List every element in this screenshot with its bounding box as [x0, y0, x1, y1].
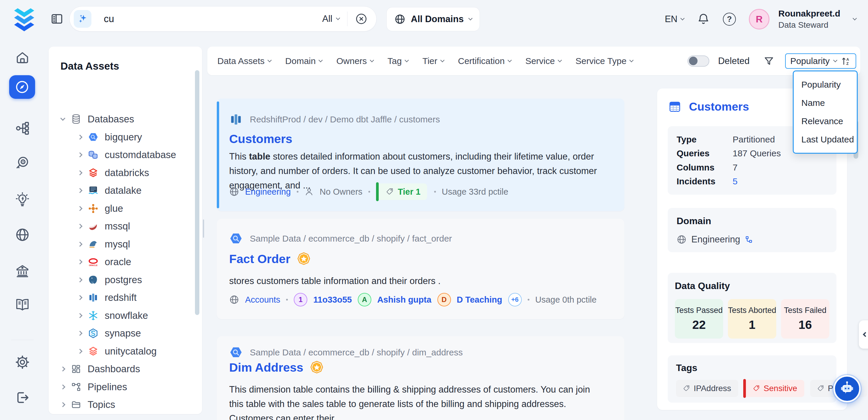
tree-node-oracle[interactable]: ORACLE oracle — [49, 253, 202, 271]
language-selector[interactable]: EN — [665, 14, 684, 25]
owner-link[interactable]: D Teaching — [457, 295, 502, 305]
panel-resize-handle[interactable] — [203, 219, 204, 238]
sort-option-last-updated[interactable]: Last Updated — [794, 130, 857, 149]
tests-aborted-stat[interactable]: Tests Aborted 1 — [728, 299, 776, 338]
search-input[interactable]: cu — [104, 13, 322, 25]
toolbar-right: Deleted Popularity A Z — [687, 53, 856, 69]
chevron-right-icon — [78, 224, 83, 229]
help-icon[interactable]: ? — [723, 13, 736, 26]
filter-service[interactable]: Service — [525, 56, 561, 66]
search-scope-label: All — [322, 13, 332, 24]
nav-observability-icon[interactable] — [15, 155, 30, 171]
tree-node-ml-models[interactable]: ML Models — [49, 414, 202, 414]
tree-node-pipelines[interactable]: Pipelines — [49, 378, 202, 396]
sort-option-popularity[interactable]: Popularity — [794, 76, 857, 94]
filter-owners[interactable]: Owners — [336, 56, 373, 66]
edge-collapse-button[interactable] — [859, 320, 868, 349]
tree-node-glue[interactable]: glue — [49, 200, 202, 218]
chatbot-fab[interactable] — [834, 375, 861, 402]
sort-option-name[interactable]: Name — [794, 94, 857, 112]
tree-node-dashboards[interactable]: Dashboards — [49, 360, 202, 378]
unitycatalog-icon — [88, 346, 99, 357]
asset-title-link[interactable]: Fact Order — [229, 252, 311, 266]
tree-node-bigquery[interactable]: bigquery — [49, 128, 202, 146]
ai-sparkle-icon[interactable] — [74, 10, 91, 28]
usage-label: Usage 33rd pctile — [442, 187, 508, 197]
owner-link[interactable]: Ashish gupta — [377, 295, 432, 305]
tier-badge[interactable]: Tier 1 — [377, 183, 427, 200]
tree-node-databricks[interactable]: databricks — [49, 164, 202, 182]
filter-service-type[interactable]: Service Type — [576, 56, 633, 66]
tag-chip-ipaddress[interactable]: IPAddress — [676, 380, 738, 397]
nav-lineage-icon[interactable] — [15, 121, 30, 136]
filter-data-assets[interactable]: Data Assets — [217, 56, 271, 66]
deleted-toggle[interactable] — [687, 55, 709, 67]
user-menu[interactable]: Rounakpreet.d Data Steward — [778, 8, 840, 30]
tree-node-label: customdatabase — [105, 149, 176, 160]
sort-option-relevance[interactable]: Relevance — [794, 112, 857, 130]
nav-explore-icon[interactable] — [9, 75, 35, 99]
asset-title: Dim Address — [229, 361, 303, 374]
owner-avatar[interactable]: D — [437, 293, 451, 306]
tree-node-label: mysql — [105, 239, 130, 250]
nav-domains-icon[interactable] — [15, 227, 30, 242]
global-search-bar[interactable]: cu All — [69, 6, 377, 32]
sort-dropdown-button[interactable]: Popularity A Z — [785, 53, 856, 69]
incidents-count-link[interactable]: 5 — [733, 176, 738, 186]
chevron-right-icon — [78, 313, 83, 318]
tree-scrollbar[interactable] — [195, 70, 199, 315]
all-domains-button[interactable]: All Domains — [386, 7, 480, 31]
notifications-bell-icon[interactable] — [697, 13, 710, 26]
tree-node-datalake[interactable]: datalake — [49, 182, 202, 200]
hierarchy-link-icon[interactable] — [745, 235, 753, 244]
nav-home-icon[interactable] — [15, 50, 30, 65]
tree-node-databases[interactable]: Databases — [49, 110, 202, 128]
owner-avatar[interactable]: 1 — [294, 293, 307, 306]
filter-tier[interactable]: Tier — [422, 56, 444, 66]
owner-avatar[interactable]: A — [358, 293, 371, 306]
mssql-icon — [88, 220, 99, 232]
chevron-down-icon — [440, 58, 444, 62]
result-card-fact-order[interactable]: Sample Data / ecommerce_db / shopify / f… — [217, 219, 624, 319]
nav-insights-icon[interactable] — [15, 192, 30, 207]
tree-node-customdatabase[interactable]: customdatabase — [49, 146, 202, 164]
filter-domain[interactable]: Domain — [285, 56, 322, 66]
app-logo-icon[interactable] — [12, 4, 37, 32]
filter-funnel-icon[interactable] — [763, 55, 775, 67]
tree-node-redshift[interactable]: redshift — [49, 289, 202, 307]
nav-logout-icon[interactable] — [15, 390, 30, 405]
more-owners-badge[interactable]: +6 — [508, 293, 522, 306]
tree-node-mssql[interactable]: mssql — [49, 217, 202, 235]
domain-link[interactable]: Engineering — [691, 234, 740, 245]
asset-title-link[interactable]: Dim Address — [229, 360, 324, 374]
tree-node-unitycatalog[interactable]: unitycatalog — [49, 342, 202, 360]
tree-node-synapse[interactable]: synapse — [49, 324, 202, 342]
sidebar-collapse-icon[interactable] — [50, 12, 64, 26]
nav-glossary-icon[interactable] — [15, 297, 30, 313]
tree-node-mysql[interactable]: mysql — [49, 235, 202, 253]
owner-link[interactable]: 11o33o55 — [313, 295, 352, 305]
nav-settings-gear-icon[interactable] — [15, 355, 30, 370]
domain-link[interactable]: Engineering — [245, 187, 291, 197]
asset-title-link[interactable]: Customers — [229, 132, 292, 146]
filter-tag[interactable]: Tag — [388, 56, 408, 66]
search-scope-dropdown[interactable]: All — [322, 13, 339, 24]
search-clear-icon[interactable] — [355, 13, 368, 25]
filter-certification[interactable]: Certification — [458, 56, 511, 66]
nav-governance-icon[interactable] — [15, 263, 30, 278]
chevron-right-icon — [78, 349, 83, 354]
tests-passed-stat[interactable]: Tests Passed 22 — [675, 299, 723, 338]
result-card-dim-address[interactable]: Sample Data / ecommerce_db / shopify / d… — [217, 336, 624, 420]
tests-failed-stat[interactable]: Tests Failed 16 — [781, 299, 829, 338]
domain-link[interactable]: Accounts — [245, 295, 280, 305]
filter-label: Tag — [388, 56, 402, 66]
user-avatar[interactable]: R — [749, 9, 770, 30]
tree-node-postgres[interactable]: postgres — [49, 271, 202, 289]
tag-chip-sensitive[interactable]: Sensitive — [744, 380, 804, 397]
panel-title-link[interactable]: Customers — [668, 100, 749, 113]
chevron-right-icon — [78, 134, 83, 140]
tree-node-topics[interactable]: Topics — [49, 396, 202, 414]
tree-node-snowflake[interactable]: snowflake — [49, 307, 202, 325]
result-card-customers[interactable]: RedshiftProd / dev / Demo dbt Jaffle / c… — [217, 98, 624, 211]
tree-panel-title: Data Assets — [60, 60, 119, 72]
